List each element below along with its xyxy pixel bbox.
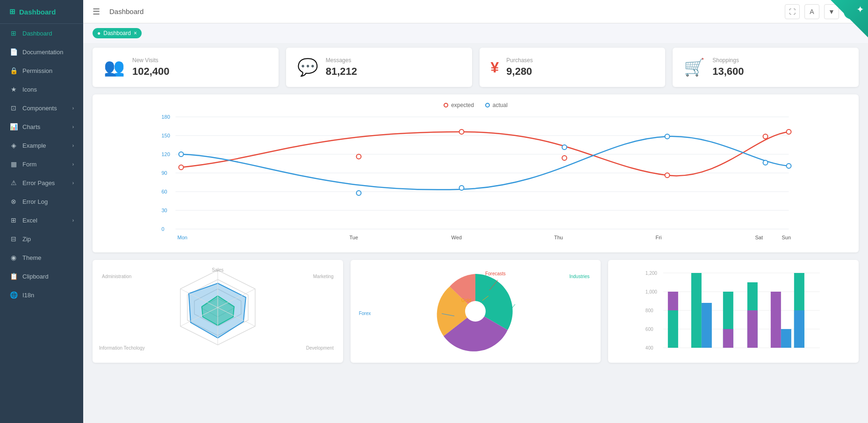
sidebar-label-documentation: Documentation bbox=[22, 49, 63, 56]
language-button[interactable]: ▼ bbox=[824, 4, 839, 19]
sidebar-item-i18n[interactable]: 🌐 I18n bbox=[0, 286, 83, 304]
sidebar-item-zip[interactable]: ⊟ Zip bbox=[0, 229, 83, 248]
svg-text:120: 120 bbox=[162, 151, 170, 157]
sidebar-icon-permission: 🔒 bbox=[9, 67, 18, 74]
svg-point-24 bbox=[562, 145, 567, 150]
radar-label-admin: Administration bbox=[102, 274, 131, 279]
sidebar-item-error-log[interactable]: ⊗ Error Log bbox=[0, 192, 83, 211]
sidebar-icon-error-log: ⊗ bbox=[9, 198, 18, 205]
sidebar-icon-example: ◈ bbox=[9, 142, 18, 149]
sidebar-label-i18n: I18n bbox=[22, 292, 34, 299]
sidebar-icon-clipboard: 📋 bbox=[9, 272, 18, 280]
sidebar-label-form: Form bbox=[22, 161, 36, 168]
svg-text:Wed: Wed bbox=[452, 235, 462, 240]
svg-rect-62 bbox=[702, 303, 712, 348]
header-title: Dashboard bbox=[109, 7, 779, 15]
svg-point-21 bbox=[179, 152, 184, 157]
sidebar: ⊞ Dashboard ⊞ Dashboard 📄 Documentation … bbox=[0, 0, 83, 423]
radar-label-marketing: Marketing bbox=[313, 274, 334, 279]
messages-value: 81,212 bbox=[326, 65, 357, 78]
stat-card-purchases: ¥ Purchases 9,280 bbox=[480, 48, 666, 87]
svg-text:Sun: Sun bbox=[782, 235, 791, 240]
svg-text:800: 800 bbox=[646, 308, 653, 313]
radar-label-development: Development bbox=[306, 345, 334, 351]
purchases-info: Purchases 9,280 bbox=[506, 57, 533, 78]
legend-expected: expected bbox=[444, 102, 474, 108]
radar-label-sales: Sales bbox=[212, 267, 223, 272]
svg-point-26 bbox=[763, 160, 768, 165]
brand-label: Dashboard bbox=[19, 8, 56, 16]
sidebar-item-form[interactable]: ▦ Form › bbox=[0, 155, 83, 173]
radar-chart-card: Sales Marketing Development Information … bbox=[93, 260, 343, 363]
shoppings-label: Shoppings bbox=[712, 57, 744, 64]
svg-point-16 bbox=[459, 129, 464, 134]
chevron-icon-components: › bbox=[72, 106, 74, 111]
sidebar-icon-icons: ★ bbox=[9, 86, 18, 93]
pie-chart-card: Forecasts Gold Industries Forex bbox=[351, 260, 601, 363]
sidebar-item-error-pages[interactable]: ⚠ Error Pages › bbox=[0, 173, 83, 192]
expected-label: expected bbox=[451, 102, 474, 108]
shoppings-info: Shoppings 13,600 bbox=[712, 57, 744, 78]
svg-point-19 bbox=[763, 134, 768, 139]
sidebar-icon-documentation: 📄 bbox=[9, 48, 18, 56]
sidebar-item-clipboard[interactable]: 📋 Clipboard bbox=[0, 267, 83, 286]
expected-dot bbox=[444, 103, 448, 108]
svg-point-20 bbox=[787, 129, 791, 134]
svg-rect-68 bbox=[781, 329, 791, 348]
sidebar-label-components: Components bbox=[22, 105, 57, 112]
sidebar-item-excel[interactable]: ⊞ Excel › bbox=[0, 211, 83, 229]
svg-point-18 bbox=[665, 173, 670, 178]
sidebar-brand: ⊞ Dashboard bbox=[0, 0, 83, 24]
sidebar-label-error-log: Error Log bbox=[22, 198, 48, 205]
svg-rect-64 bbox=[723, 329, 733, 348]
sidebar-icon-zip: ⊟ bbox=[9, 235, 18, 243]
line-chart-svg: 180 150 120 90 60 30 0 bbox=[100, 112, 851, 243]
sidebar-item-charts[interactable]: 📊 Charts › bbox=[0, 117, 83, 136]
sidebar-label-zip: Zip bbox=[22, 236, 31, 243]
new-visits-value: 102,400 bbox=[132, 65, 170, 78]
hamburger-button[interactable]: ☰ bbox=[93, 7, 100, 17]
sidebar-item-example[interactable]: ◈ Example › bbox=[0, 136, 83, 155]
stat-card-shoppings: 🛒 Shoppings 13,600 bbox=[673, 48, 859, 87]
svg-rect-59 bbox=[668, 310, 678, 348]
purchases-label: Purchases bbox=[506, 57, 533, 64]
main-content: 👥 New Visits 102,400 💬 Messages 81,212 ¥… bbox=[83, 43, 868, 423]
fullscreen-button[interactable]: ⛶ bbox=[785, 4, 800, 19]
sidebar-label-icons: Icons bbox=[22, 86, 37, 93]
bottom-charts: Sales Marketing Development Information … bbox=[93, 260, 859, 363]
stat-card-new-visits: 👥 New Visits 102,400 bbox=[93, 48, 279, 87]
bar-chart-card: 1,200 1,000 800 600 400 bbox=[608, 260, 859, 363]
sidebar-item-permission[interactable]: 🔒 Permission bbox=[0, 61, 83, 80]
messages-info: Messages 81,212 bbox=[326, 57, 357, 78]
sidebar-item-icons[interactable]: ★ Icons bbox=[0, 80, 83, 99]
pie-label-industries: Industries bbox=[569, 274, 589, 279]
chevron-icon-form: › bbox=[72, 162, 74, 167]
svg-rect-67 bbox=[771, 292, 781, 348]
sidebar-label-error-pages: Error Pages bbox=[22, 179, 55, 186]
svg-text:1,000: 1,000 bbox=[646, 289, 657, 294]
breadcrumb-label: Dashboard bbox=[103, 30, 131, 36]
svg-rect-60 bbox=[668, 292, 678, 310]
sidebar-item-dashboard[interactable]: ⊞ Dashboard bbox=[0, 24, 83, 43]
svg-point-25 bbox=[665, 134, 670, 139]
sidebar-item-components[interactable]: ⊡ Components › bbox=[0, 99, 83, 117]
shoppings-value: 13,600 bbox=[712, 65, 744, 78]
breadcrumb-close[interactable]: × bbox=[134, 30, 137, 36]
pie-svg bbox=[424, 267, 527, 356]
pie-label-gold: Gold bbox=[461, 298, 471, 303]
line-chart-card: expected actual 180 150 120 90 60 30 0 bbox=[93, 94, 859, 252]
font-button[interactable]: A bbox=[804, 4, 819, 19]
header: ☰ Dashboard ⛶ A ▼ 👤 bbox=[83, 0, 868, 23]
chevron-icon-example: › bbox=[72, 143, 74, 148]
sidebar-item-documentation[interactable]: 📄 Documentation bbox=[0, 43, 83, 61]
chevron-icon-error-pages: › bbox=[72, 180, 74, 186]
main-area: ☰ Dashboard ⛶ A ▼ 👤 ● Dashboard × 👥 New … bbox=[83, 0, 868, 423]
svg-rect-61 bbox=[691, 273, 702, 348]
svg-rect-70 bbox=[794, 310, 804, 348]
messages-icon: 💬 bbox=[297, 57, 318, 77]
breadcrumb-dot: ● bbox=[97, 30, 100, 36]
svg-text:Thu: Thu bbox=[554, 235, 563, 240]
sidebar-item-theme[interactable]: ◉ Theme bbox=[0, 248, 83, 267]
radar-label-info-tech: Information Techology bbox=[99, 345, 145, 351]
sidebar-icon-dashboard: ⊞ bbox=[9, 29, 18, 37]
